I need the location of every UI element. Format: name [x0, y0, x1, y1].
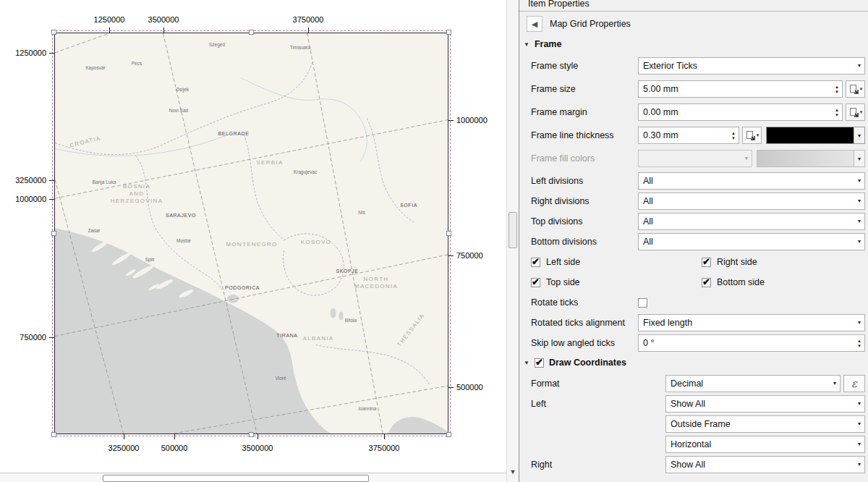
frame-fill-color-select-disabled: ▾ [638, 150, 752, 167]
frame-line-color-button[interactable]: ▾ [766, 127, 865, 144]
skip-low-angled-ticks-input[interactable]: 0 ° ▲▼ [638, 334, 865, 352]
selection-handle[interactable] [51, 432, 56, 437]
scroll-down-arrow-icon[interactable]: ▼ [507, 466, 519, 478]
expression-button[interactable]: ε [843, 375, 865, 392]
frame-line-thickness-row: Frame line thickness 0.30 mm ▲▼ ▾ ▾ [531, 126, 865, 145]
data-defined-override-button[interactable]: ▾ [742, 127, 762, 144]
bottom-side-checkbox[interactable]: Bottom side [702, 277, 868, 287]
grid-coordinate-label: 750000 [20, 333, 46, 342]
frame-fill-color-button-disabled: ▾ [757, 150, 865, 167]
subheader-label: Map Grid Properties [550, 19, 631, 29]
chevron-down-icon: ▾ [741, 156, 752, 161]
checkbox[interactable] [531, 278, 540, 287]
rotated-ticks-alignment-label: Rotated ticks alignment [531, 318, 638, 328]
left-orientation-row: Horizontal ▾ [531, 436, 865, 453]
top-side-checkbox[interactable]: Top side [531, 277, 702, 287]
top-divisions-select[interactable]: All ▾ [638, 213, 865, 230]
grid-tick [448, 120, 454, 121]
chevron-down-icon: ▾ [854, 462, 864, 468]
right-side-checkbox[interactable]: Right side [702, 257, 868, 267]
frame-style-select[interactable]: Exterior Ticks ▾ [638, 57, 865, 75]
grid-line-3250000 [55, 179, 124, 434]
frame-margin-row: Frame margin 0.00 mm ▲▼ ▾ [531, 103, 865, 122]
grid-line-1250000 [55, 33, 109, 53]
selection-handle[interactable] [51, 231, 56, 236]
data-defined-override-button[interactable]: ▾ [846, 80, 865, 98]
left-divisions-label: Left divisions [531, 176, 638, 186]
rotated-ticks-alignment-select[interactable]: Fixed length ▾ [638, 314, 865, 331]
right-coordinates-label: Right [531, 460, 665, 470]
spinner-arrows-icon[interactable]: ▲▼ [832, 108, 842, 117]
chevron-down-icon: ▾ [860, 109, 863, 115]
map-item[interactable]: CROATIABOSNIAANDHERZEGOVINASERBIAMONTENE… [54, 33, 448, 434]
grid-line-3500000 [163, 33, 257, 434]
vertical-scrollbar-thumb[interactable] [509, 212, 517, 248]
left-placement-select[interactable]: Outside Frame ▾ [665, 415, 865, 433]
checkbox[interactable] [531, 258, 540, 267]
skip-low-angled-ticks-row: Skip low angled ticks 0 ° ▲▼ [531, 334, 865, 352]
checkbox[interactable] [702, 278, 711, 287]
right-coordinates-row: Right Show All ▾ [531, 456, 865, 473]
grid-tick [308, 28, 309, 33]
grid-coordinate-label: 1250000 [94, 15, 125, 24]
layout-canvas[interactable]: CROATIABOSNIAANDHERZEGOVINASERBIAMONTENE… [0, 0, 506, 482]
back-arrow-icon: ◀ [532, 20, 537, 28]
left-coordinates-row: Left Show All ▾ [531, 395, 865, 413]
grid-coordinate-label: 1000000 [456, 116, 488, 124]
draw-coordinates-checkbox[interactable] [535, 358, 544, 368]
format-select[interactable]: Decimal ▾ [665, 375, 841, 392]
spinner-arrows-icon[interactable]: ▲▼ [854, 339, 864, 348]
chevron-down-icon: ▾ [830, 381, 840, 386]
item-properties-panel: Item Properties ◀ Map Grid Properties ▼ … [519, 0, 868, 482]
data-defined-override-button[interactable]: ▾ [846, 103, 865, 121]
right-divisions-select[interactable]: All ▾ [638, 193, 865, 210]
color-swatch [757, 151, 854, 166]
frame-margin-label: Frame margin [531, 107, 638, 117]
selection-handle[interactable] [249, 30, 254, 35]
chevron-down-icon[interactable]: ▾ [854, 127, 864, 143]
selection-handle[interactable] [446, 432, 451, 437]
rotate-ticks-row: Rotate ticks [531, 294, 865, 311]
frame-style-label: Frame style [531, 61, 638, 71]
left-divisions-select[interactable]: All ▾ [638, 172, 865, 190]
draw-coordinates-section-header[interactable]: ▼ Draw Coordinates [524, 358, 865, 368]
grid-tick [49, 337, 54, 338]
bottom-divisions-row: Bottom divisions All ▾ [531, 233, 865, 250]
right-coordinates-select[interactable]: Show All ▾ [665, 456, 865, 473]
grid-tick [49, 199, 54, 200]
bottom-divisions-select[interactable]: All ▾ [638, 233, 865, 250]
format-label: Format [531, 379, 665, 389]
panel-subheader: ◀ Map Grid Properties [527, 16, 865, 32]
rotate-ticks-checkbox[interactable] [638, 298, 647, 308]
coordinate-grid [55, 33, 448, 434]
grid-coordinate-label: 3500000 [148, 15, 179, 24]
rotate-ticks-label: Rotate ticks [531, 297, 638, 308]
grid-coordinate-label: 3750000 [369, 444, 400, 452]
back-button[interactable]: ◀ [527, 16, 542, 32]
checkbox[interactable] [702, 258, 711, 267]
grid-coordinate-label: 500000 [161, 444, 188, 452]
left-orientation-select[interactable]: Horizontal ▾ [665, 436, 865, 453]
frame-margin-input[interactable]: 0.00 mm ▲▼ [638, 103, 843, 121]
selection-handle[interactable] [51, 30, 56, 35]
left-side-checkbox[interactable]: Left side [531, 257, 702, 267]
canvas-vertical-scrollbar[interactable]: ▼ [506, 0, 519, 482]
frame-section-header[interactable]: ▼ Frame [524, 39, 865, 49]
selection-handle[interactable] [249, 432, 254, 437]
spinner-arrows-icon[interactable]: ▲▼ [832, 85, 842, 94]
spinner-arrows-icon[interactable]: ▲▼ [728, 131, 739, 140]
selection-handle[interactable] [446, 231, 451, 236]
format-row: Format Decimal ▾ ε [531, 375, 865, 392]
frame-size-input[interactable]: 5.00 mm ▲▼ [638, 80, 843, 98]
grid-coordinate-label: 1000000 [15, 195, 46, 203]
collapse-triangle-icon: ▼ [524, 360, 529, 366]
chevron-down-icon: ▾ [854, 320, 864, 326]
sides-row-2: Top side Bottom side [531, 274, 865, 291]
horizontal-scrollbar-thumb[interactable] [103, 475, 369, 482]
left-coordinates-select[interactable]: Show All ▾ [665, 395, 865, 413]
left-placement-row: Outside Frame ▾ [531, 415, 865, 433]
selection-handle[interactable] [446, 30, 451, 35]
grid-line-1000000 [55, 120, 448, 199]
canvas-horizontal-scrollbar[interactable] [0, 473, 506, 482]
frame-line-thickness-input[interactable]: 0.30 mm ▲▼ [638, 127, 739, 144]
